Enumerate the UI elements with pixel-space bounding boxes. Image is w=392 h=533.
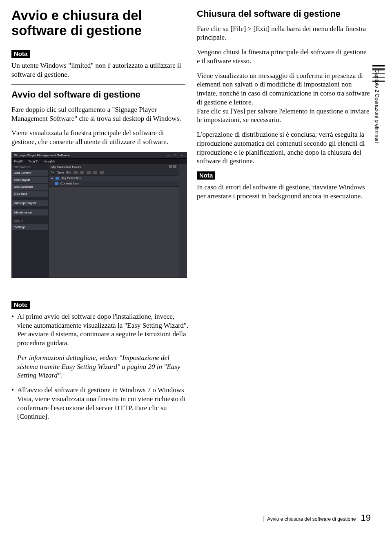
expand-arrow-icon: ▸ <box>51 176 53 180</box>
chiusura-p1: Fare clic su [File] > [Exit] nella barra… <box>197 24 371 42</box>
app-screenshot: Signage Player Management Software — □ ×… <box>11 152 187 278</box>
footer-page-number: 19 <box>361 513 371 523</box>
app-main: My Collection Folder ⮡ Open Edit <box>49 164 179 278</box>
page-title: Avvio e chiusura del software di gestion… <box>11 8 185 38</box>
sidebar-section-setup: SETUP <box>11 218 49 224</box>
close-icon: × <box>179 153 185 157</box>
chiusura-p3: Viene visualizzato un messaggio di confe… <box>197 71 371 125</box>
note-badge: Note <box>11 301 30 309</box>
folder-icon <box>55 182 58 185</box>
toolbar-edit: Edit <box>66 171 71 174</box>
note-b1-p2: Per informazioni dettagliate, vedere "Im… <box>17 353 191 380</box>
menu-help: Help(H) <box>43 160 55 163</box>
note-b2: All'avvio del software di gestione in Wi… <box>17 386 191 421</box>
page-footer: Avvio e chiusura del software di gestion… <box>263 513 371 523</box>
sidebar-item-add-content: Add Content <box>12 170 48 176</box>
note-b1-p1: Al primo avvio del software dopo l'insta… <box>17 312 191 348</box>
folder-icon <box>56 177 59 180</box>
tree-row-child: Content Item <box>49 181 179 186</box>
sidebar-section-operation: OPERATION <box>11 164 49 169</box>
window-controls: — □ × <box>166 153 185 157</box>
minimize-icon: — <box>166 153 172 157</box>
chapter-side-label: Capitolo 2 Operazioni preliminari <box>374 69 380 143</box>
footer-title: Avvio e chiusura del software di gestion… <box>263 516 356 522</box>
app-breadcrumb: My Collection Folder <box>51 165 81 169</box>
right-column: Chiusura del software di gestione Fare c… <box>197 8 371 284</box>
note-bullet-2: All'avvio del software di gestione in Wi… <box>11 386 191 421</box>
copy-icon <box>80 171 84 174</box>
nota-badge-right: Nota <box>197 171 215 180</box>
app-content-area <box>49 186 179 278</box>
app-toolbar: ⮡ Open Edit <box>49 170 179 175</box>
chiusura-p4: L'operazione di distribuzione si è concl… <box>197 130 371 166</box>
app-sidebar: OPERATION Add Content Edit Playlist Edit… <box>11 164 49 278</box>
maximize-icon: □ <box>172 153 178 157</box>
menu-tool: Tool(T) <box>28 160 38 163</box>
nota-text: Un utente Windows "limited" non è autori… <box>11 61 185 79</box>
menu-file: File(F) <box>14 160 23 163</box>
toolbar-open: Open <box>57 171 64 174</box>
app-right-pane <box>179 164 187 278</box>
sidebar-item-settings: Settings <box>12 224 48 230</box>
sidebar-item-edit-schedule: Edit Schedule <box>12 184 48 190</box>
note-bullet-1: Al primo avvio del software dopo l'insta… <box>11 312 191 380</box>
tree-row-root-label: My Collection <box>62 176 81 180</box>
tree-row-root: ▸ My Collection <box>49 175 179 181</box>
avvio-p1: Fare doppio clic sul collegamento a "Sig… <box>11 105 185 123</box>
chiusura-p2: Vengono chiusi la finestra principale de… <box>197 48 371 66</box>
sidebar-item-edit-playlist: Edit Playlist <box>12 177 48 183</box>
view-toggle-icon <box>169 165 176 169</box>
app-menubar: File(F) Tool(T) Help(H) <box>11 159 187 164</box>
avvio-subtitle: Avvio del software di gestione <box>11 89 185 100</box>
chiusura-subtitle: Chiusura del software di gestione <box>197 8 371 20</box>
sidebar-item-interrupt: Interrupt Playlist <box>12 200 48 206</box>
section-divider <box>11 84 185 85</box>
open-icon: ⮡ <box>51 171 54 174</box>
nota-text-right: In caso di errori del software di gestio… <box>197 183 371 201</box>
left-column: Avvio e chiusura del software di gestion… <box>11 8 185 284</box>
sidebar-item-maintenance: Maintenance <box>12 209 48 215</box>
sidebar-item-distribute: Distribute <box>12 191 48 197</box>
paste-icon <box>87 171 91 174</box>
avvio-p2: Viene visualizzata la finestra principal… <box>11 129 185 147</box>
info-icon <box>93 171 97 174</box>
notes-block: Note Al primo avvio del software dopo l'… <box>11 301 191 421</box>
tree-row-child-label: Content Item <box>60 182 79 185</box>
cut-icon <box>74 171 78 174</box>
nota-badge: Nota <box>11 50 30 58</box>
delete-icon <box>100 171 104 174</box>
app-window-title: Signage Player Management Software <box>14 153 70 157</box>
